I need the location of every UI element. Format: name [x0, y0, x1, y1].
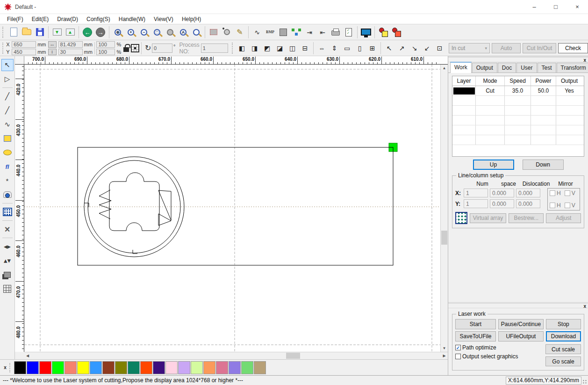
y-position-input[interactable]	[12, 49, 36, 55]
resize-grip-icon[interactable]	[582, 379, 587, 384]
anchor-bottom-left-button[interactable]: ↙	[421, 42, 433, 54]
tab-user[interactable]: User	[516, 63, 537, 73]
menu-view[interactable]: View(V)	[150, 15, 178, 23]
layer-cell[interactable]: 35.0	[505, 86, 531, 95]
height-input[interactable]	[58, 49, 83, 55]
same-height-button[interactable]: ⇕	[328, 42, 341, 54]
menu-handle[interactable]: Handle(W)	[115, 15, 150, 23]
group-copy-button[interactable]	[377, 26, 390, 39]
horizontal-scroll-thumb[interactable]	[286, 353, 300, 359]
ruler-origin-box[interactable]	[15, 56, 24, 65]
anchor-grid-button[interactable]	[131, 42, 139, 54]
capture-tool-button[interactable]	[1, 189, 14, 201]
save-file-button[interactable]	[33, 26, 46, 39]
design-triangle-large[interactable]	[158, 190, 171, 220]
tab-work[interactable]: Work	[450, 62, 472, 73]
point-tool-button[interactable]: *	[1, 174, 14, 187]
menu-config[interactable]: Config(S)	[82, 15, 115, 23]
anchor-bottom-right-button[interactable]: ↘	[408, 42, 421, 54]
lock-ratio-button[interactable]	[122, 42, 130, 54]
color-swatch-11[interactable]	[153, 361, 165, 374]
node-edit-tool-button[interactable]: ▷	[1, 73, 14, 85]
scroll-down-icon[interactable]: ▼	[441, 345, 448, 352]
new-file-button[interactable]	[7, 26, 20, 39]
virtual-array-button[interactable]: Virtual array	[470, 213, 507, 223]
start-button[interactable]: Start	[455, 319, 496, 329]
array-copy-tool-button[interactable]	[1, 283, 14, 295]
line-tool-button[interactable]: ╱	[1, 90, 14, 102]
bezier-tool-button[interactable]: ∿	[1, 118, 14, 131]
scale-x-input[interactable]	[96, 41, 115, 48]
mirror-x-h-checkbox[interactable]: H	[550, 190, 561, 196]
align-right-button[interactable]: ◨	[248, 42, 261, 54]
mirror-v-tool-button[interactable]: ▴▾	[1, 254, 14, 267]
tab-test[interactable]: Test	[538, 63, 556, 73]
ungroup-copy-button[interactable]	[390, 26, 403, 39]
color-swatch-0[interactable]	[14, 361, 26, 374]
align-bottom-button[interactable]: ◪	[273, 42, 286, 54]
undo-button[interactable]: ←	[81, 26, 94, 39]
zoom-all-button[interactable]	[164, 26, 177, 39]
drawing-canvas[interactable]	[24, 65, 440, 352]
column-header-layer[interactable]: Layer	[452, 76, 476, 86]
mirror-y-h-checkbox[interactable]: H	[550, 202, 561, 209]
color-swatch-16[interactable]	[216, 361, 228, 374]
right-align-tool-button[interactable]: ⇤	[316, 26, 329, 39]
scroll-up-icon[interactable]: ▲	[441, 65, 448, 72]
anchor-top-left-button[interactable]: ↖	[383, 42, 395, 54]
output-options-button[interactable]	[342, 26, 355, 39]
ellipse-tool-button[interactable]	[1, 146, 14, 159]
menu-draw[interactable]: Draw(D)	[53, 15, 82, 23]
palette-grip[interactable]	[9, 363, 12, 372]
panel-close-icon[interactable]: x	[583, 58, 586, 63]
toolbar-grip[interactable]	[2, 43, 5, 54]
process-no-input[interactable]	[201, 44, 228, 53]
color-swatch-4[interactable]	[65, 361, 77, 374]
auto-button[interactable]: Auto	[492, 43, 521, 53]
curve-tool-button[interactable]: ∿	[251, 26, 264, 39]
zoom-to-page-button[interactable]: □	[151, 26, 164, 39]
tab-transform[interactable]: Transform	[557, 63, 588, 73]
same-size-h-button[interactable]: ▭	[341, 42, 353, 54]
horizontal-scrollbar[interactable]: ◀ ▶	[24, 352, 448, 359]
column-header-mode[interactable]: Mode	[476, 76, 505, 86]
color-swatch-9[interactable]	[128, 361, 140, 374]
x-position-input[interactable]	[12, 41, 36, 48]
color-swatch-17[interactable]	[229, 361, 241, 374]
zoom-in-button[interactable]: +	[124, 26, 137, 39]
laser-panel-close-icon[interactable]: x	[583, 304, 586, 309]
color-swatch-12[interactable]	[165, 361, 178, 374]
rect-tool-button[interactable]	[1, 132, 14, 145]
anchor-top-right-button[interactable]: ↗	[395, 42, 408, 54]
bmp-tool-button[interactable]: BMP	[264, 26, 277, 39]
width-input[interactable]	[58, 41, 83, 48]
design-puzzle-piece[interactable]	[109, 173, 159, 231]
horizontal-ruler[interactable]: 700.0690.0680.0670.0660.0650.0640.0630.0…	[24, 56, 448, 65]
zoom-select-button[interactable]: A	[177, 26, 190, 39]
mirror-x-v-checkbox[interactable]: V	[565, 190, 575, 196]
scroll-right-icon[interactable]: ▶	[441, 352, 448, 359]
angle-input[interactable]	[152, 44, 172, 53]
vertical-scrollbar[interactable]: ▲ ▼	[440, 65, 448, 352]
align-top-button[interactable]: ◩	[261, 42, 273, 54]
vertical-scroll-thumb[interactable]	[441, 231, 447, 245]
export-image-button[interactable]: ▲	[64, 26, 77, 39]
color-swatch-13[interactable]	[178, 361, 190, 374]
mirror-y-v-checkbox[interactable]: V	[565, 202, 575, 209]
zoom-view-button[interactable]	[190, 26, 203, 39]
column-header-speed[interactable]: Speed	[505, 76, 531, 86]
toolbar-grip[interactable]	[232, 43, 234, 54]
pen-edit-button[interactable]: ✎	[233, 26, 246, 39]
color-swatch-19[interactable]	[254, 361, 266, 374]
tab-output[interactable]: Output	[472, 63, 497, 73]
column-header-power[interactable]: Power	[531, 76, 556, 86]
maximize-button[interactable]: □	[545, 0, 566, 14]
align-left-button[interactable]: ◧	[236, 42, 248, 54]
y-num-input[interactable]	[464, 199, 488, 208]
save-to-ufile-button[interactable]: SaveToUFile	[455, 331, 496, 341]
ufile-output-button[interactable]: UFileOutput	[498, 331, 544, 341]
close-button[interactable]: ×	[566, 0, 588, 14]
layer-up-button[interactable]: Up	[473, 160, 514, 170]
cut-scale-button[interactable]: Cut scale	[545, 344, 581, 354]
delete-tool-button[interactable]: ×	[1, 223, 14, 235]
